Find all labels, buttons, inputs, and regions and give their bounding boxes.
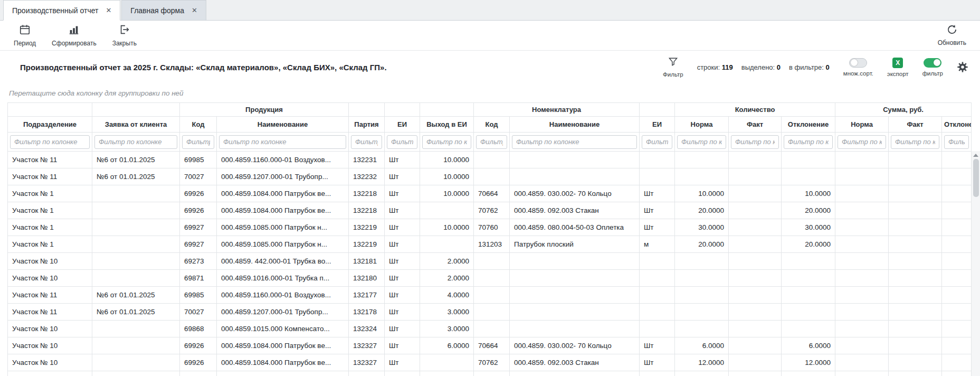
cell[interactable]: Шт: [640, 185, 675, 202]
cell[interactable]: [889, 287, 942, 304]
cell[interactable]: м: [640, 236, 675, 253]
cell[interactable]: [835, 202, 889, 219]
cell[interactable]: [510, 321, 640, 337]
cell[interactable]: [835, 185, 889, 202]
cell[interactable]: 18.0000: [675, 371, 729, 376]
column-header[interactable]: Норма: [675, 117, 729, 133]
cell[interactable]: [835, 321, 889, 337]
cell[interactable]: Шт: [385, 321, 420, 337]
cell[interactable]: 69926: [180, 354, 217, 371]
cell[interactable]: [729, 270, 782, 287]
cell[interactable]: 000.4859.1207.000-01 Трубопр...: [217, 168, 349, 185]
cell[interactable]: Участок № 11: [8, 304, 92, 321]
vertical-scrollbar[interactable]: [971, 151, 980, 376]
cell[interactable]: 20.0000: [675, 236, 729, 253]
cell[interactable]: [835, 354, 889, 371]
cell[interactable]: 132181: [349, 253, 385, 270]
cell[interactable]: 000.4859.1085.000 Патрубок н...: [217, 219, 349, 236]
cell[interactable]: [889, 321, 942, 337]
cell[interactable]: Участок № 1: [8, 219, 92, 236]
table-row[interactable]: Участок № 169926000.4859.1084.000 Патруб…: [8, 185, 972, 202]
cell[interactable]: Шт: [385, 236, 420, 253]
cell[interactable]: [782, 321, 835, 337]
cell[interactable]: [729, 185, 782, 202]
column-header[interactable]: Заявка от клиента: [92, 117, 180, 133]
cell[interactable]: [474, 152, 510, 168]
tab-production-report[interactable]: Производственный отчет ✕: [3, 0, 120, 21]
column-filter-input[interactable]: [944, 135, 969, 149]
column-filter-input[interactable]: [476, 135, 507, 149]
cell[interactable]: Участок № 10: [8, 253, 92, 270]
cell[interactable]: [889, 185, 942, 202]
table-row[interactable]: Участок № 1069868000.4859.1015.000 Компе…: [8, 321, 972, 337]
cell[interactable]: 000.4859. 080.004-50-03 Оплетка: [510, 219, 640, 236]
cell[interactable]: [92, 371, 180, 376]
cell[interactable]: [942, 371, 972, 376]
cell[interactable]: [942, 202, 972, 219]
cell[interactable]: 30.0000: [782, 219, 835, 236]
cell[interactable]: Участок № 1: [8, 202, 92, 219]
cell[interactable]: 12.0000: [675, 354, 729, 371]
cell[interactable]: Шт: [385, 371, 420, 376]
column-filter-input[interactable]: [731, 135, 779, 149]
cell[interactable]: 30.0000: [675, 219, 729, 236]
cell[interactable]: [835, 152, 889, 168]
cell[interactable]: [782, 270, 835, 287]
cell[interactable]: 132326: [349, 371, 385, 376]
cell[interactable]: Участок № 11: [8, 168, 92, 185]
cell[interactable]: [729, 152, 782, 168]
cell[interactable]: Шт: [385, 304, 420, 321]
table-row[interactable]: Участок № 11№6 от 01.01.202569985000.485…: [8, 152, 972, 168]
cell[interactable]: 000.4859. 080.004-50-03 Оплетка: [510, 371, 640, 376]
cell[interactable]: [92, 253, 180, 270]
cell[interactable]: [835, 270, 889, 287]
cell[interactable]: 10.0000: [782, 185, 835, 202]
column-filter-input[interactable]: [422, 135, 471, 149]
table-row[interactable]: Участок № 11№6 от 01.01.202570027000.485…: [8, 168, 972, 185]
cell[interactable]: [675, 321, 729, 337]
cell[interactable]: [729, 287, 782, 304]
cell[interactable]: Участок № 10: [8, 371, 92, 376]
cell[interactable]: [835, 236, 889, 253]
cell[interactable]: 69927: [180, 371, 217, 376]
cell[interactable]: 132232: [349, 168, 385, 185]
cell[interactable]: 69985: [180, 287, 217, 304]
cell[interactable]: [729, 371, 782, 376]
filter-toggle[interactable]: фильтр: [922, 58, 943, 77]
cell[interactable]: [942, 168, 972, 185]
column-header[interactable]: Выход в ЕИ: [420, 117, 474, 133]
cell[interactable]: [510, 152, 640, 168]
column-header[interactable]: ЕИ: [640, 117, 675, 133]
cell[interactable]: 69871: [180, 270, 217, 287]
cell[interactable]: 69927: [180, 236, 217, 253]
cell[interactable]: [835, 253, 889, 270]
cell[interactable]: [835, 371, 889, 376]
cell[interactable]: 132219: [349, 236, 385, 253]
tab-close-icon[interactable]: ✕: [192, 6, 197, 14]
cell[interactable]: [782, 304, 835, 321]
cell[interactable]: 69273: [180, 253, 217, 270]
cell[interactable]: 6.0000: [675, 337, 729, 354]
cell[interactable]: 000.4859. 030.002- 70 Кольцо: [510, 185, 640, 202]
cell[interactable]: [729, 304, 782, 321]
table-row[interactable]: Участок № 169926000.4859.1084.000 Патруб…: [8, 202, 972, 219]
cell[interactable]: 6.0000: [420, 371, 474, 376]
cell[interactable]: 70760: [474, 371, 510, 376]
cell[interactable]: Шт: [385, 219, 420, 236]
cell[interactable]: Участок № 11: [8, 287, 92, 304]
column-header[interactable]: Подразделение: [8, 117, 92, 133]
cell[interactable]: [420, 236, 474, 253]
cell[interactable]: 69926: [180, 337, 217, 354]
table-row[interactable]: Участок № 169927000.4859.1085.000 Патруб…: [8, 236, 972, 253]
cell[interactable]: [782, 253, 835, 270]
cell[interactable]: 4.0000: [420, 287, 474, 304]
scrollbar-thumb[interactable]: [973, 159, 979, 197]
cell[interactable]: Шт: [385, 337, 420, 354]
cell[interactable]: [942, 253, 972, 270]
cell[interactable]: 10.0000: [420, 185, 474, 202]
column-filter-input[interactable]: [677, 135, 726, 149]
cell[interactable]: [474, 253, 510, 270]
cell[interactable]: 2.0000: [420, 253, 474, 270]
cell[interactable]: 6.0000: [420, 337, 474, 354]
tab-main-form[interactable]: Главная форма ✕: [121, 0, 206, 20]
